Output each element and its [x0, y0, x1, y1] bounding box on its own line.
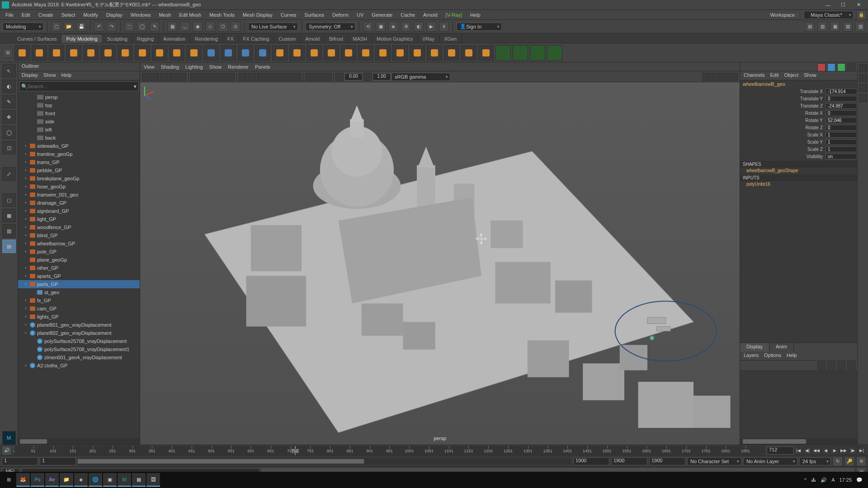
snap-point-icon[interactable]: ◉ [193, 22, 203, 32]
cb-hyperbolic-icon[interactable] [837, 63, 845, 71]
viewport-menu-shading[interactable]: Shading [161, 64, 179, 70]
outliner-node[interactable]: back [18, 134, 140, 142]
toggle-xray-icon[interactable]: ▦ [830, 22, 840, 32]
selected-object-name[interactable]: wheelbarrowB_geo [740, 80, 857, 88]
attr-label[interactable]: Translate Y [740, 96, 826, 101]
shelf-pipe-icon[interactable] [152, 45, 167, 61]
vp-film-gate-icon[interactable] [199, 73, 208, 81]
attr-label[interactable]: Scale Z [740, 147, 826, 152]
go-end-icon[interactable]: ▶| [858, 446, 866, 455]
task-explorer-icon[interactable]: 📁 [60, 473, 73, 487]
outliner-node[interactable]: +parts_GP [18, 280, 140, 288]
outliner-node[interactable]: +planeB01_geo_vrayDisplacement [18, 321, 140, 329]
vp-lights-icon[interactable] [266, 73, 274, 81]
menu-generate[interactable]: Generate [368, 11, 396, 19]
shelf-disc-icon[interactable] [118, 45, 133, 61]
new-scene-icon[interactable]: ▢ [51, 22, 61, 32]
shelf-tab-sculpting[interactable]: Sculpting [103, 35, 132, 43]
play-forward-icon[interactable]: ▶ [830, 446, 839, 455]
outliner-menu-display[interactable]: Display [22, 72, 38, 79]
autokey-icon[interactable]: 🔑 [844, 456, 854, 466]
channelbox-menu-show[interactable]: Show [804, 72, 816, 79]
layer-tab-anim[interactable]: Anim [769, 343, 794, 352]
menu-mesh[interactable]: Mesh [155, 11, 175, 19]
shelf-extrude-icon[interactable] [307, 45, 322, 61]
attr-value-field[interactable]: 52.046 [826, 117, 857, 123]
menu-cache[interactable]: Cache [397, 11, 419, 19]
outliner-node[interactable]: +lights_GP [18, 313, 140, 321]
outliner-node[interactable]: +planeB02_geo_vrayDisplacement [18, 329, 140, 337]
search-dropdown-icon[interactable]: ▾ [134, 84, 137, 89]
layer-move-down-icon[interactable] [827, 361, 835, 370]
tool-settings-tab-icon[interactable] [859, 74, 867, 82]
toggle-hud-icon[interactable]: ▥ [817, 22, 827, 32]
channelbox-tab-icon[interactable] [859, 84, 867, 92]
tray-volume-icon[interactable]: 🔊 [821, 477, 827, 483]
render-settings-icon[interactable]: ⚙ [401, 22, 411, 32]
outliner-node[interactable]: top [18, 101, 140, 109]
shelf-mirror-icon[interactable] [444, 45, 459, 61]
vp-resolution-gate-icon[interactable] [208, 73, 217, 81]
attr-label[interactable]: Rotate Z [740, 125, 826, 130]
pause-icon[interactable]: ⏸ [439, 22, 449, 32]
vp-toggle3-icon[interactable] [721, 73, 729, 81]
step-forward-key-icon[interactable]: |▶ [849, 446, 857, 455]
prefs-icon[interactable]: ⚙ [856, 456, 866, 466]
menu-create[interactable]: Create [35, 11, 57, 19]
scale-tool-icon[interactable]: ◫ [2, 141, 16, 155]
shelf-connect-icon[interactable] [410, 45, 425, 61]
go-start-icon[interactable]: |◀ [794, 446, 802, 455]
signin-dropdown[interactable]: 👤 Sign In [457, 23, 502, 31]
shelf-sphere-icon[interactable] [14, 45, 30, 61]
undo-icon[interactable]: ↶ [94, 22, 104, 32]
attribute-editor-tab-icon[interactable] [859, 64, 867, 72]
layer-move-up-icon[interactable] [817, 361, 826, 370]
shelf-target-icon[interactable] [392, 45, 408, 61]
maximize-button[interactable]: ☐ [835, 0, 851, 10]
shelf-tab-motion-graphics[interactable]: Motion Graphics [372, 35, 418, 43]
vp-grid-icon[interactable] [190, 73, 198, 81]
outliner-node[interactable]: +cam_GP [18, 305, 140, 313]
task-app2-icon[interactable]: ▣ [103, 473, 117, 487]
outliner-node[interactable]: +light_GP [18, 215, 140, 223]
viewport-menu-show[interactable]: Show [209, 64, 222, 70]
vp-wireframe-icon[interactable] [239, 73, 247, 81]
toggle-channelbox-icon[interactable]: ▨ [855, 22, 865, 32]
select-mode-icon[interactable]: ⬚ [124, 22, 134, 32]
range-slider[interactable] [78, 458, 571, 465]
attr-value-field[interactable]: 0 [826, 110, 857, 116]
live-surface-dropdown[interactable]: No Live Surface [248, 23, 298, 31]
shelf-tab-fx[interactable]: FX [223, 35, 239, 43]
attr-label[interactable]: Visibility [740, 154, 826, 159]
input-node[interactable]: polyUnite16 [740, 181, 857, 187]
maya-home-icon[interactable]: M [2, 431, 16, 445]
attr-label[interactable]: Rotate Y [740, 118, 826, 123]
minimize-button[interactable]: — [820, 0, 835, 10]
outliner-node[interactable]: +tramwire_001_geo [18, 191, 140, 199]
snap-toggle-icon[interactable]: ⊙ [231, 22, 241, 32]
layers-menu-layers[interactable]: Layers [744, 352, 759, 359]
shelf-cube-icon[interactable] [32, 45, 47, 61]
menu-modify[interactable]: Modify [80, 11, 101, 19]
shelf-tab-rigging[interactable]: Rigging [132, 35, 159, 43]
shelf-torus-icon[interactable] [83, 45, 99, 61]
attr-value-field[interactable]: 1 [826, 139, 857, 145]
attr-value-field[interactable]: -174.914 [826, 89, 857, 94]
shelf-tab-animation[interactable]: Animation [159, 35, 190, 43]
outliner-node[interactable]: plane_geoGp [18, 256, 140, 264]
menu-file[interactable]: File [2, 11, 17, 19]
vp-ao-icon[interactable] [284, 73, 292, 81]
character-set-dropdown[interactable]: No Character Set [687, 457, 741, 465]
vp-safe-action-icon[interactable] [226, 73, 235, 81]
outliner-node[interactable]: +sidewalks_GP [18, 142, 140, 150]
task-maya-icon[interactable]: M [118, 473, 131, 487]
vp-shaded-icon[interactable] [248, 73, 256, 81]
shelf-svg-icon[interactable] [186, 45, 202, 61]
shelf-options-icon[interactable]: ⚙ [3, 48, 13, 58]
timeline-sound-icon[interactable]: 🔊 [2, 446, 12, 455]
outliner-pane-icon[interactable]: ▤ [2, 239, 16, 253]
playback-start-field[interactable]: 1 [40, 457, 76, 465]
time-slider[interactable]: 🔊 15110115120125130135140145150155160165… [0, 445, 868, 455]
workspace-dropdown[interactable]: Maya Classic* [804, 11, 854, 19]
outliner-node[interactable]: +wheelbarrow_GP [18, 239, 140, 248]
